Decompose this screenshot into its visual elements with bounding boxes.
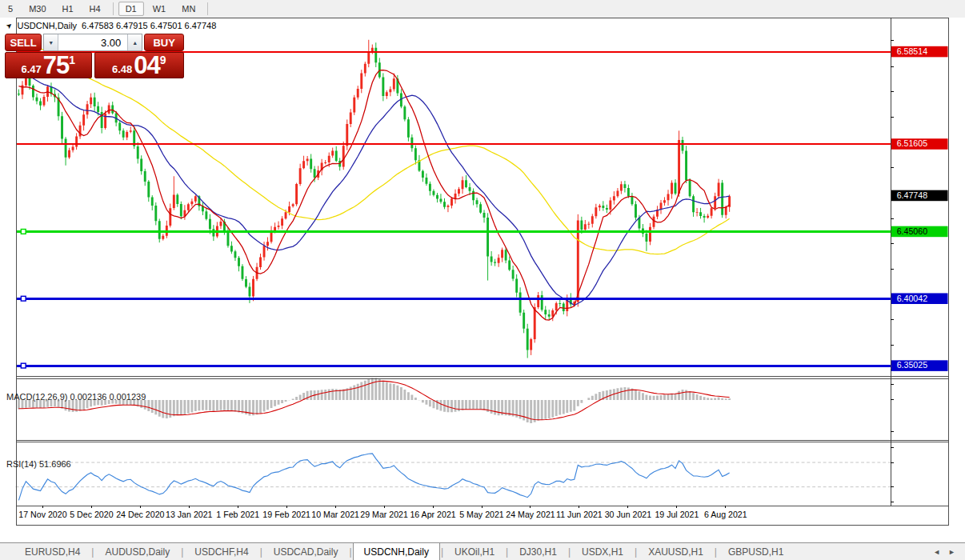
sell-price-sup: 1	[69, 54, 75, 66]
timeframe-toolbar: 5M30H1H4D1W1MN	[0, 0, 965, 18]
level-line-handle	[21, 363, 26, 368]
volume-input[interactable]: 3.00	[58, 34, 127, 50]
level-price-badge: 6.51605	[891, 138, 948, 150]
chart-tab-DJ30-H1[interactable]: DJ30,H1	[509, 544, 567, 560]
svg-text:6.47748: 6.47748	[897, 190, 927, 200]
level-line-handle	[21, 296, 26, 301]
current-price-badge: 6.47748	[891, 190, 948, 202]
level-price-badge: 6.58514	[891, 46, 948, 58]
date-label: 19 Feb 2021	[262, 510, 310, 519]
level-price-badge: 6.45060	[891, 226, 948, 238]
timeframe-button-D1[interactable]: D1	[118, 2, 144, 16]
sell-button[interactable]: SELL	[5, 34, 42, 51]
level-line-handle	[21, 230, 26, 234]
volume-increase-button[interactable]: ▲	[127, 34, 142, 50]
chart-tab-EURUSD-H4[interactable]: EURUSD,H4	[14, 544, 90, 560]
timeframe-button-H4[interactable]: H4	[82, 2, 108, 16]
date-label: 1 Feb 2021	[216, 510, 259, 519]
chart-tab-XAUUSD-H1[interactable]: XAUUSD,H1	[638, 544, 714, 560]
sell-price-prefix: 6.47	[21, 63, 41, 75]
tabs-scroll-left-icon[interactable]: ◄	[933, 548, 940, 556]
svg-text:6.40042: 6.40042	[897, 294, 927, 303]
date-label: 11 Jun 2021	[556, 510, 603, 519]
date-label: 16 Apr 2021	[410, 510, 455, 519]
volume-stepper: ▼ 3.00 ▲	[43, 34, 142, 51]
spinner-up-icon: ▲	[132, 40, 138, 46]
tabs-scroll-right-icon[interactable]: ►	[948, 548, 955, 556]
buy-price-big: 04	[134, 54, 159, 78]
level-price-badge: 6.35025	[891, 360, 948, 371]
date-label: 30 Jun 2021	[605, 510, 652, 519]
date-label: 13 Jan 2021	[166, 510, 213, 519]
date-label: 24 May 2021	[506, 510, 555, 519]
svg-text:6.51605: 6.51605	[897, 138, 927, 148]
date-label: 6 Aug 2021	[704, 510, 747, 519]
one-click-trading-panel: SELL ▼ 3.00 ▲ BUY 6.47 75 1 6.48 04 9	[5, 34, 184, 78]
date-label: 24 Dec 2020	[116, 510, 164, 519]
chart-tab-USDCNH-Daily[interactable]: USDCNH,Daily	[353, 542, 440, 560]
svg-text:6.58514: 6.58514	[897, 46, 927, 56]
sell-price-button[interactable]: 6.47 75 1	[5, 52, 92, 78]
toolbar-separator	[113, 2, 114, 15]
chart-tab-USDCHF-H4[interactable]: USDCHF,H4	[184, 544, 258, 560]
svg-text:6.45060: 6.45060	[897, 226, 927, 236]
sell-price-big: 75	[43, 54, 69, 78]
buy-button[interactable]: BUY	[144, 34, 184, 51]
timeframe-button-W1[interactable]: W1	[146, 2, 174, 16]
chart-tab-USDX-H1[interactable]: USDX,H1	[571, 544, 634, 560]
price-chart[interactable]: 6.593356.574106.555406.536156.498206.460…	[0, 18, 965, 542]
timeframe-button-H1[interactable]: H1	[55, 2, 81, 16]
buy-price-sup: 9	[160, 54, 166, 66]
spinner-down-icon: ▼	[48, 40, 54, 46]
chart-tab-UKOil-H1[interactable]: UKOil,H1	[444, 544, 505, 560]
svg-text:6.35025: 6.35025	[897, 360, 927, 370]
date-label: 10 Mar 2021	[311, 510, 359, 519]
date-label: 5 Dec 2020	[70, 510, 113, 519]
timeframe-button-5[interactable]: 5	[1, 2, 20, 16]
date-label: 17 Nov 2020	[18, 510, 66, 519]
volume-decrease-button[interactable]: ▼	[44, 34, 58, 50]
chart-tabbar: EURUSD,H4|AUDUSD,Daily|USDCHF,H4|USDCAD,…	[0, 542, 965, 560]
mt4-terminal: { "toolbar": { "periods": [ {"label":"5"…	[0, 0, 965, 560]
chart-tab-USDCAD-Daily[interactable]: USDCAD,Daily	[263, 544, 349, 560]
chart-tab-GBPUSD-H1[interactable]: GBPUSD,H1	[718, 544, 794, 560]
timeframe-button-M30[interactable]: M30	[22, 2, 53, 16]
tab-scroll-buttons: ◄ ►	[933, 548, 965, 556]
timeframe-button-MN[interactable]: MN	[174, 2, 202, 16]
buy-price-prefix: 6.48	[112, 63, 132, 75]
level-price-badge: 6.40042	[891, 293, 948, 304]
toolbar-separator	[207, 2, 208, 15]
date-label: 5 May 2021	[459, 510, 504, 519]
date-label: 19 Jul 2021	[655, 510, 699, 519]
chart-tab-AUDUSD-Daily[interactable]: AUDUSD,Daily	[94, 544, 180, 560]
date-label: 29 Mar 2021	[360, 510, 408, 519]
buy-price-button[interactable]: 6.48 04 9	[94, 52, 184, 78]
